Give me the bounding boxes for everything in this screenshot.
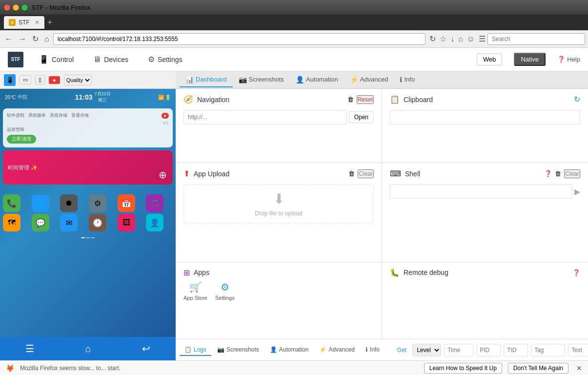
tab-label: STF bbox=[19, 19, 30, 26]
tab-dashboard[interactable]: 📊 Dashboard bbox=[180, 73, 233, 87]
record-button[interactable]: ● bbox=[49, 76, 60, 84]
portrait-button[interactable]: ▭ bbox=[20, 75, 31, 84]
log-info-icon: ℹ bbox=[365, 346, 368, 353]
downloads-icon[interactable]: ↓ bbox=[450, 35, 454, 43]
native-button[interactable]: Native bbox=[514, 53, 546, 66]
upload-clear-button[interactable]: Clear bbox=[358, 169, 374, 178]
close-notification-button[interactable]: ✕ bbox=[576, 364, 582, 372]
home-icon[interactable]: ⌂ bbox=[458, 35, 463, 43]
remote-debug-help-icon[interactable]: ❓ bbox=[572, 269, 580, 276]
phone-statusbar: 25°C 中院 11:03 7月22日 周三 📶🔋 bbox=[0, 89, 176, 105]
page-indicator bbox=[0, 237, 176, 238]
back-button[interactable]: ← bbox=[3, 34, 15, 44]
reset-icon: 🗑 bbox=[347, 96, 354, 103]
log-level-select[interactable]: Level bbox=[412, 344, 441, 356]
firefox-icon: 🦊 bbox=[6, 364, 14, 372]
log-bar: 📋 Logs 📷 Screenshots 👤 Automation ⚡ Adva… bbox=[176, 339, 588, 360]
app-icon-chat[interactable]: 💬 bbox=[32, 214, 49, 231]
url-navigation-input[interactable] bbox=[183, 110, 347, 125]
help-button[interactable]: ❓ Help bbox=[557, 56, 580, 63]
settings-nav-item[interactable]: ⚙ Settings bbox=[144, 53, 186, 66]
upload-drop-area[interactable]: ⬇ Drop file to upload bbox=[183, 184, 374, 223]
profile-icon[interactable]: ☺ bbox=[467, 35, 475, 43]
app-icon-browser[interactable]: 🌐 bbox=[32, 194, 49, 212]
landscape-button[interactable]: ▯ bbox=[35, 75, 45, 84]
forward-button[interactable]: → bbox=[17, 34, 28, 44]
bookmark-icon[interactable]: ☆ bbox=[440, 34, 446, 43]
url-input[interactable] bbox=[53, 33, 426, 45]
reset-button[interactable]: Reset bbox=[357, 95, 374, 104]
log-tid-input[interactable] bbox=[504, 344, 528, 356]
log-tab-advanced[interactable]: ⚡ Advanced bbox=[314, 344, 359, 356]
app-icon-music[interactable]: 🎵 bbox=[146, 194, 163, 212]
app-icon-contacts[interactable]: 👤 bbox=[146, 214, 163, 231]
run-command-button[interactable]: ▶ bbox=[574, 187, 580, 196]
clipboard-input[interactable] bbox=[390, 110, 580, 125]
app-icon-photos[interactable]: 🖼 bbox=[118, 214, 135, 231]
browser-tab[interactable]: S STF ✕ bbox=[4, 16, 44, 29]
settings-label: Settings bbox=[158, 56, 182, 63]
dismiss-button[interactable]: Don't Tell Me Again bbox=[508, 363, 568, 374]
log-tab-info[interactable]: ℹ Info bbox=[361, 344, 385, 356]
tab-info[interactable]: ℹ Info bbox=[394, 73, 421, 87]
log-get-button[interactable]: Get bbox=[394, 345, 409, 355]
app-icon-calendar[interactable]: 📅 bbox=[118, 194, 135, 212]
maximize-window-button[interactable] bbox=[21, 4, 28, 11]
app-icon-phone[interactable]: 📞 bbox=[3, 194, 20, 212]
app-icon-camera[interactable]: ⏺ bbox=[60, 194, 78, 212]
tab-automation[interactable]: 👤 Automation bbox=[290, 73, 344, 87]
app-upload-title: ⬆ App Upload bbox=[183, 169, 229, 178]
control-nav-item[interactable]: 📱 Control bbox=[35, 53, 78, 66]
tab-screenshots[interactable]: 📷 Screenshots bbox=[233, 73, 290, 87]
phone-back-button[interactable]: ↩ bbox=[142, 343, 150, 354]
log-tag-input[interactable] bbox=[531, 344, 565, 356]
reload-btn2[interactable]: ↻ bbox=[427, 33, 438, 44]
statusbar-message: Mozilla Firefox seems slow... to... star… bbox=[20, 365, 418, 372]
tab-advanced[interactable]: ⚡ Advanced bbox=[344, 73, 394, 87]
log-text-input[interactable] bbox=[568, 344, 588, 356]
home-button[interactable]: ⌂ bbox=[42, 34, 51, 44]
devices-nav-item[interactable]: 🖥 Devices bbox=[89, 53, 132, 66]
shell-input[interactable] bbox=[390, 184, 572, 199]
app-settings-nav[interactable]: ⚙ Settings bbox=[215, 281, 235, 301]
clipboard-title: 📋 Clipboard bbox=[390, 95, 433, 104]
devices-icon: 🖥 bbox=[93, 55, 101, 64]
help-label: Help bbox=[567, 56, 580, 63]
nav-action-icons: ☆ ↓ ⌂ ☺ ☰ bbox=[440, 34, 486, 43]
log-pid-input[interactable] bbox=[476, 344, 501, 356]
app-icon-maps[interactable]: 🗺 bbox=[3, 214, 20, 231]
shell-card-header: ⌨ Shell ❓ 🗑 Clear bbox=[390, 169, 580, 178]
log-tab-screenshots[interactable]: 📷 Screenshots bbox=[212, 344, 264, 356]
clipboard-refresh-icon[interactable]: ↻ bbox=[574, 95, 580, 104]
phone-screen-content: 25°C 中院 11:03 7月22日 周三 📶🔋 bbox=[0, 89, 176, 337]
minimize-window-button[interactable] bbox=[13, 4, 19, 11]
phone-time: 11:03 bbox=[75, 93, 93, 101]
reload-button[interactable]: ↻ bbox=[30, 33, 41, 44]
devices-label: Devices bbox=[104, 56, 128, 63]
log-tabs: 📋 Logs 📷 Screenshots 👤 Automation ⚡ Adva… bbox=[180, 344, 385, 356]
app-icon-settings[interactable]: ⚙ bbox=[89, 194, 106, 212]
close-window-button[interactable] bbox=[4, 4, 10, 11]
quality-select[interactable]: Quality bbox=[64, 75, 92, 85]
app-store-nav[interactable]: 🛒 App Store bbox=[183, 281, 207, 301]
menu-icon[interactable]: ☰ bbox=[479, 34, 486, 43]
log-tab-automation[interactable]: 👤 Automation bbox=[265, 344, 314, 356]
app-icon-clock[interactable]: 🕐 bbox=[89, 214, 106, 231]
shell-clear-button[interactable]: Clear bbox=[564, 169, 580, 178]
phone-day: 周三 bbox=[98, 97, 107, 104]
search-input[interactable] bbox=[487, 33, 585, 45]
phone-menu-button[interactable]: ☰ bbox=[25, 343, 34, 354]
notification-card: 软件进程 系统服务 系统存储 普通存储 ● 0/1 运存空间 立即清理 bbox=[3, 108, 173, 147]
open-button[interactable]: Open bbox=[349, 111, 374, 123]
right-panel: 📊 Dashboard 📷 Screenshots 👤 Automation ⚡… bbox=[176, 71, 588, 360]
phone-home-button[interactable]: ⌂ bbox=[85, 343, 91, 354]
web-button[interactable]: Web bbox=[477, 53, 503, 65]
log-time-input[interactable] bbox=[444, 344, 473, 356]
new-tab-button[interactable]: + bbox=[47, 18, 53, 28]
log-tab-logs[interactable]: 📋 Logs bbox=[180, 344, 211, 356]
tab-close-button[interactable]: ✕ bbox=[35, 19, 40, 26]
app-icon-email[interactable]: ✉ bbox=[60, 214, 78, 231]
shell-help-icon[interactable]: ❓ bbox=[544, 170, 552, 177]
panel-tabs: 📊 Dashboard 📷 Screenshots 👤 Automation ⚡… bbox=[176, 71, 588, 89]
speed-up-button[interactable]: Learn How to Speed It Up bbox=[424, 363, 502, 374]
